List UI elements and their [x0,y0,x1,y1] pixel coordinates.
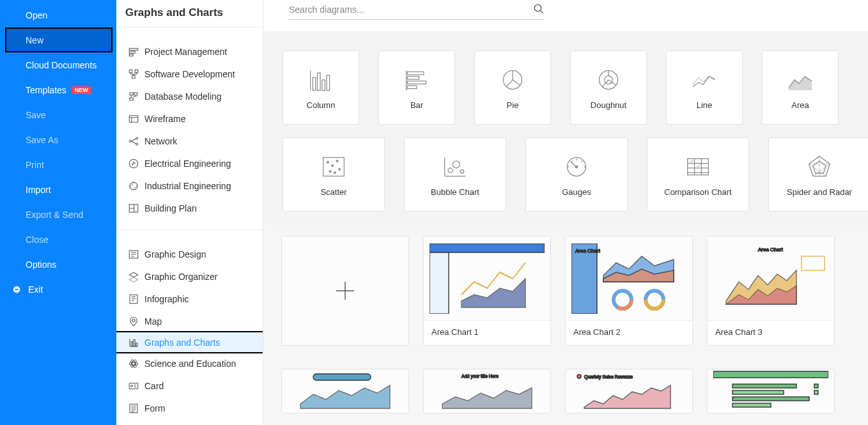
svg-rect-20 [131,341,132,346]
svg-rect-33 [322,80,325,90]
search-box[interactable] [289,3,545,20]
category-infographic[interactable]: Infographic [116,288,263,310]
menu-item-save[interactable]: Save [0,102,116,127]
bubble-icon [440,153,470,181]
menu-item-options[interactable]: Options [0,252,116,277]
category-label: Project Management [144,47,227,57]
chart-type-scatter[interactable]: Scatter [283,137,385,212]
template-label: Area Chart 1 [424,321,550,343]
template-thumb [424,236,550,321]
category-building-plan[interactable]: Building Plan [116,197,263,219]
line-icon [689,66,720,94]
svg-point-11 [129,140,131,142]
category-card[interactable]: Card [116,375,263,397]
menu-item-export-send[interactable]: Export & Send [0,202,116,227]
template-row2-0[interactable] [281,369,409,413]
category-wireframe[interactable]: Wireframe [116,107,263,130]
category-label: Graphs and Charts [144,337,220,348]
category-group-1: Project ManagementSoftware DevelopmentDa… [116,27,263,230]
category-map[interactable]: Map [116,310,263,332]
menu-item-open[interactable]: Open [0,3,116,27]
radar-icon [804,153,835,181]
new-blank-template[interactable] [281,236,409,346]
svg-rect-69 [713,371,828,378]
menu-item-close[interactable]: Close [0,227,116,252]
chart-type-label: Line [697,100,713,110]
category-industrial-engineering[interactable]: Industrial Engineering [116,174,263,197]
category-label: Electrical Engineering [144,158,231,169]
category-electrical-engineering[interactable]: Electrical Engineering [116,152,263,174]
chart-type-grid-row1: ColumnBarPieDoughnutLineArea [263,31,868,137]
comparison-icon [683,153,713,181]
svg-rect-71 [732,390,784,394]
chart-type-radar[interactable]: Spider and Radar [768,137,868,212]
search-icon[interactable] [533,3,545,17]
menu-item-new[interactable]: New [5,27,112,52]
svg-rect-4 [129,70,132,73]
template-area-chart-3[interactable]: Area ChartArea Chart 3 [707,236,835,346]
chart-type-column[interactable]: Column [283,50,359,125]
mp-icon [128,316,144,327]
top-bar [263,0,868,31]
svg-rect-55 [430,243,545,252]
template-thumb: Area Chart [566,236,692,321]
category-project-management[interactable]: Project Management [116,40,263,63]
category-title: Graphs and Charts [116,0,263,27]
menu-item-label: New [26,35,43,45]
nw-icon [128,135,144,147]
menu-item-cloud-documents[interactable]: Cloud Documents [0,52,116,77]
template-area-chart-1[interactable]: Area Chart 1 [423,236,551,346]
svg-point-48 [334,171,336,173]
category-network[interactable]: Network [116,130,263,152]
menu-item-save-as[interactable]: Save As [0,127,116,152]
template-row2-1[interactable]: Add your title Here [423,369,551,413]
svg-rect-18 [130,295,137,304]
db-icon [128,91,144,102]
search-input[interactable] [289,4,533,15]
doughnut-icon [593,66,624,94]
ie-icon [128,180,144,192]
pm-icon [128,46,144,58]
menu-item-label: Save [26,110,46,120]
chart-type-pie[interactable]: Pie [474,50,551,125]
svg-rect-38 [407,86,417,89]
svg-point-67 [577,375,581,378]
svg-point-47 [339,168,341,170]
menu-item-label: Cloud Documents [26,60,97,70]
svg-rect-72 [732,397,809,401]
chart-type-gauge[interactable]: Gauges [525,137,628,212]
svg-point-23 [132,362,136,365]
svg-rect-5 [135,70,138,73]
template-row2-3[interactable] [707,369,835,413]
menu-item-import[interactable]: Import [0,177,116,202]
chart-type-area[interactable]: Area [762,50,839,125]
category-database-modeling[interactable]: Database Modeling [116,85,263,107]
chart-type-bubble[interactable]: Bubble Chart [404,137,506,212]
svg-point-46 [329,170,331,172]
svg-rect-6 [132,75,136,79]
chart-type-comparison[interactable]: Comparison Chart [647,137,749,212]
category-form[interactable]: Form [116,397,263,419]
svg-rect-65 [313,374,371,380]
category-graphs-and-charts[interactable]: Graphs and Charts [116,331,263,353]
template-area-chart-2[interactable]: Area ChartArea Chart 2 [565,236,693,346]
category-science-and-education[interactable]: Science and Education [116,352,263,375]
chart-type-doughnut[interactable]: Doughnut [570,50,647,125]
menu-item-exit[interactable]: Exit [0,277,116,302]
chart-type-label: Spider and Radar [787,187,852,197]
template-thumb: Quartely Sales Revenue [566,369,692,413]
category-software-development[interactable]: Software Development [116,63,263,85]
chart-type-line[interactable]: Line [666,50,743,125]
category-graphic-organizer[interactable]: Graphic Organizer [116,265,263,288]
chart-type-bar[interactable]: Bar [378,50,455,125]
cd-icon [128,380,144,392]
menu-item-templates[interactable]: TemplatesNEW [0,77,116,102]
category-label: Science and Education [144,359,236,369]
svg-point-19 [132,319,136,322]
svg-rect-31 [313,77,316,90]
template-row2-2[interactable]: Quartely Sales Revenue [565,369,693,413]
category-graphic-design[interactable]: Graphic Design [116,243,263,265]
menu-item-print[interactable]: Print [0,152,116,177]
svg-rect-64 [802,256,825,270]
svg-rect-9 [130,98,133,100]
